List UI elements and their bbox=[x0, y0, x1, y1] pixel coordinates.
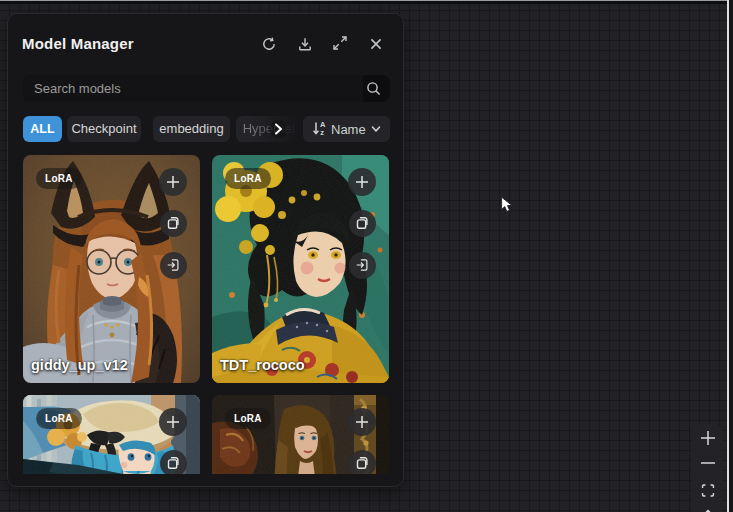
svg-text:z: z bbox=[320, 128, 324, 137]
